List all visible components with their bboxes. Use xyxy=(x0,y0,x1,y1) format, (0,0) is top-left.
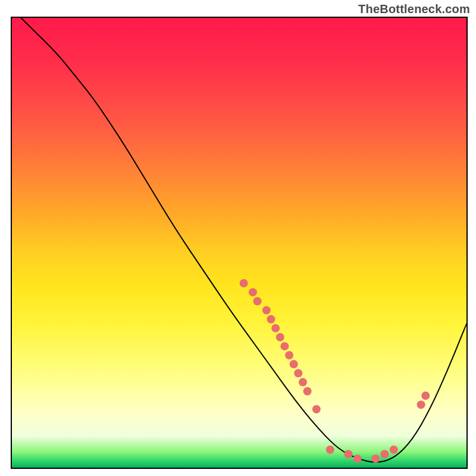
data-marker xyxy=(312,405,321,414)
data-marker xyxy=(271,324,280,333)
data-marker xyxy=(285,351,293,359)
data-marker xyxy=(262,306,271,314)
data-marker xyxy=(417,400,425,409)
data-marker xyxy=(280,342,289,350)
data-marker xyxy=(240,279,248,287)
data-marker xyxy=(294,369,302,377)
data-marker xyxy=(267,315,275,324)
data-marker xyxy=(299,378,307,386)
data-marker xyxy=(371,455,380,463)
data-marker xyxy=(276,333,284,342)
data-marker xyxy=(390,446,398,454)
data-marker xyxy=(421,392,430,400)
data-marker xyxy=(326,446,334,454)
data-marker xyxy=(249,288,257,296)
chart-container: TheBottleneck.com xyxy=(0,0,476,476)
data-marker xyxy=(303,387,312,395)
gradient-background xyxy=(12,18,466,468)
data-marker xyxy=(290,360,298,368)
watermark-text: TheBottleneck.com xyxy=(358,2,470,16)
chart-svg xyxy=(12,18,466,468)
data-marker xyxy=(353,455,362,463)
data-marker xyxy=(380,450,389,458)
data-marker xyxy=(253,297,262,305)
plot-area xyxy=(11,17,468,469)
data-marker xyxy=(344,450,352,458)
